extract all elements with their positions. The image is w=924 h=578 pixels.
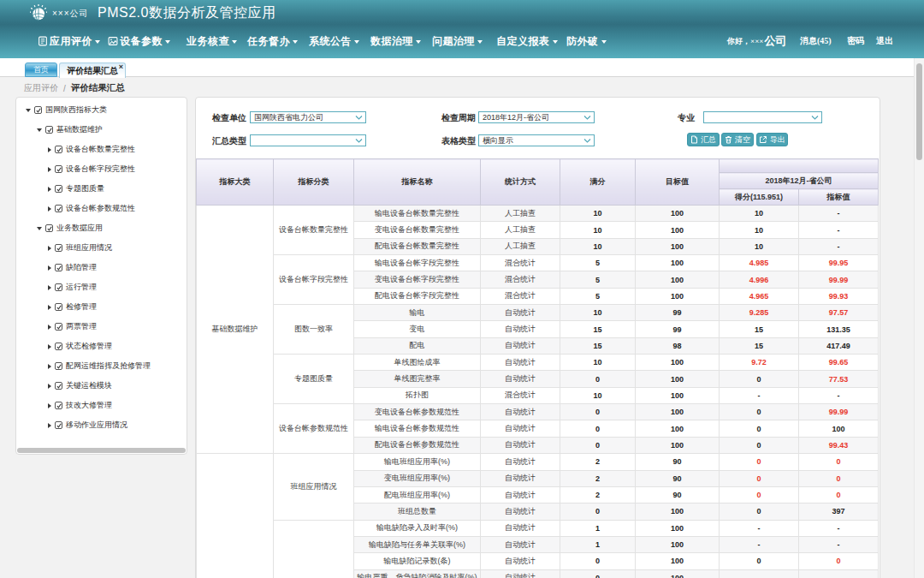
tree-item[interactable]: 设备台帐数量完整性 <box>16 140 187 159</box>
tree-collapse-icon[interactable] <box>48 206 51 212</box>
tree-collapse-icon[interactable] <box>48 147 51 152</box>
score-cell: 0 <box>720 404 799 420</box>
tree-item[interactable]: 业务数据应用 <box>16 218 187 238</box>
tree-collapse-icon[interactable] <box>48 364 51 369</box>
tree-collapse-icon[interactable] <box>48 423 51 428</box>
target-cell: 100 <box>636 206 720 222</box>
tree-collapse-icon[interactable] <box>48 167 51 172</box>
checkbox-checked-icon[interactable] <box>55 343 62 350</box>
tree-collapse-icon[interactable] <box>48 325 51 330</box>
checkbox-checked-icon[interactable] <box>55 146 62 153</box>
filter-label-3: 专业 <box>655 112 695 123</box>
page-scrollbar-track[interactable] <box>914 58 924 578</box>
tab-close-icon[interactable]: × <box>119 63 123 70</box>
checkbox-checked-icon[interactable] <box>55 382 62 390</box>
nav-item-1[interactable]: 应用评价 <box>38 35 100 47</box>
nav-link-3[interactable]: 退出 <box>876 35 893 47</box>
nav-item-5[interactable]: 系统公告 <box>309 35 359 47</box>
button-label: 清空 <box>735 134 750 146</box>
tree-item[interactable]: 国网陕西指标大类 <box>16 100 187 120</box>
checkbox-checked-icon[interactable] <box>45 224 53 232</box>
tree-item[interactable]: 配网运维指挥及抢修管理 <box>16 356 187 376</box>
clear-button[interactable]: 清空 <box>721 133 754 146</box>
nav-item-2[interactable]: 设备参数 <box>108 35 170 47</box>
filter-select-4[interactable] <box>250 134 366 146</box>
tree-collapse-icon[interactable] <box>48 246 51 251</box>
user-name: 公司 <box>764 33 786 49</box>
full-score-cell: 15 <box>560 321 636 337</box>
checkbox-checked-icon[interactable] <box>55 264 62 271</box>
score-cell: 0 <box>720 371 799 387</box>
nav-item-8[interactable]: 自定义报表 <box>496 35 558 47</box>
tab-evaluation-summary[interactable]: 评价结果汇总 × <box>59 63 126 78</box>
tree-expand-icon[interactable] <box>26 109 31 112</box>
checkbox-checked-icon[interactable] <box>55 362 62 370</box>
breadcrumb-parent[interactable]: 应用评价 <box>24 82 58 94</box>
method-cell: 混合统计 <box>481 387 560 403</box>
checkbox-checked-icon[interactable] <box>55 323 62 331</box>
indicator-name-cell: 拓扑图 <box>354 387 481 403</box>
nav-item-9[interactable]: 防外破 <box>566 35 607 47</box>
value-cell: - <box>799 536 879 552</box>
tree-collapse-icon[interactable] <box>48 344 51 349</box>
tree-collapse-icon[interactable] <box>48 285 51 290</box>
page-scrollbar-thumb[interactable] <box>916 63 922 160</box>
full-score-cell: 5 <box>560 255 636 271</box>
filter-select-1[interactable]: 国网陕西省电力公司 <box>250 111 366 123</box>
summarize-button[interactable]: 汇总 <box>687 133 720 146</box>
col-header-2: 指标分类 <box>274 159 354 206</box>
tree-item[interactable]: 检修管理 <box>16 297 187 317</box>
tree-item[interactable]: 基础数据维护 <box>16 120 187 140</box>
tree-item[interactable]: 关键运检模块 <box>16 376 187 396</box>
method-cell: 自动统计 <box>481 404 560 420</box>
filter-select-2[interactable]: 2018年12月-省公司 <box>478 111 595 123</box>
caret-down-icon <box>416 40 421 44</box>
value-cell: 99.95 <box>799 255 879 271</box>
tree-item[interactable]: 设备台帐字段完整性 <box>16 159 187 179</box>
checkbox-checked-icon[interactable] <box>55 283 62 291</box>
checkbox-checked-icon[interactable] <box>55 244 62 252</box>
nav-item-3[interactable]: 业务核查 <box>187 35 237 47</box>
checkbox-checked-icon[interactable] <box>55 402 62 409</box>
tree-item[interactable]: 移动作业应用情况 <box>16 415 187 435</box>
tree-collapse-icon[interactable] <box>48 384 51 389</box>
tree-item[interactable]: 运行管理 <box>16 277 187 297</box>
export-button[interactable]: 导出 <box>756 133 788 146</box>
value-cell: 417.49 <box>799 337 879 354</box>
checkbox-checked-icon[interactable] <box>55 421 62 429</box>
tree-item[interactable]: 专题图质量 <box>16 179 187 199</box>
sidebar-horizontal-scrollbar[interactable] <box>17 448 186 453</box>
nav-link-2[interactable]: 密码 <box>847 35 864 47</box>
checkbox-checked-icon[interactable] <box>45 126 53 134</box>
tree-item[interactable]: 技改大修管理 <box>16 396 187 415</box>
method-cell: 人工抽查 <box>481 206 560 222</box>
target-cell: 100 <box>636 255 720 271</box>
nav-item-6[interactable]: 数据治理 <box>370 35 421 47</box>
checkbox-checked-icon[interactable] <box>55 185 62 193</box>
tree-item[interactable]: 状态检修管理 <box>16 337 187 356</box>
full-score-cell: 1 <box>560 536 636 552</box>
checkbox-checked-icon[interactable] <box>55 303 62 311</box>
tree-item[interactable]: 设备台帐参数规范性 <box>16 199 187 218</box>
col-header-6: 目标值 <box>636 159 720 206</box>
tab-home[interactable]: 首页 <box>25 63 57 77</box>
checkbox-checked-icon[interactable] <box>34 106 42 114</box>
form-icon <box>38 36 48 46</box>
tree-collapse-icon[interactable] <box>48 265 51 271</box>
filter-select-3[interactable] <box>703 111 822 123</box>
tree-collapse-icon[interactable] <box>48 403 51 408</box>
checkbox-checked-icon[interactable] <box>55 205 62 212</box>
checkbox-checked-icon[interactable] <box>55 165 62 173</box>
nav-item-4[interactable]: 任务督办 <box>247 35 298 47</box>
tree-collapse-icon[interactable] <box>48 187 51 192</box>
tree-collapse-icon[interactable] <box>48 305 51 310</box>
tree-expand-icon[interactable] <box>37 128 42 132</box>
tree-item[interactable]: 班组应用情况 <box>16 238 187 258</box>
nav-item-7[interactable]: 问题治理 <box>432 35 483 47</box>
tree-item[interactable]: 缺陷管理 <box>16 258 187 277</box>
filter-select-5[interactable]: 横向显示 <box>478 134 595 146</box>
nav-link-1[interactable]: 消息(45) <box>800 35 832 47</box>
tree-item[interactable]: 两票管理 <box>16 317 187 337</box>
full-score-cell: 2 <box>560 486 636 503</box>
tree-expand-icon[interactable] <box>37 227 42 230</box>
